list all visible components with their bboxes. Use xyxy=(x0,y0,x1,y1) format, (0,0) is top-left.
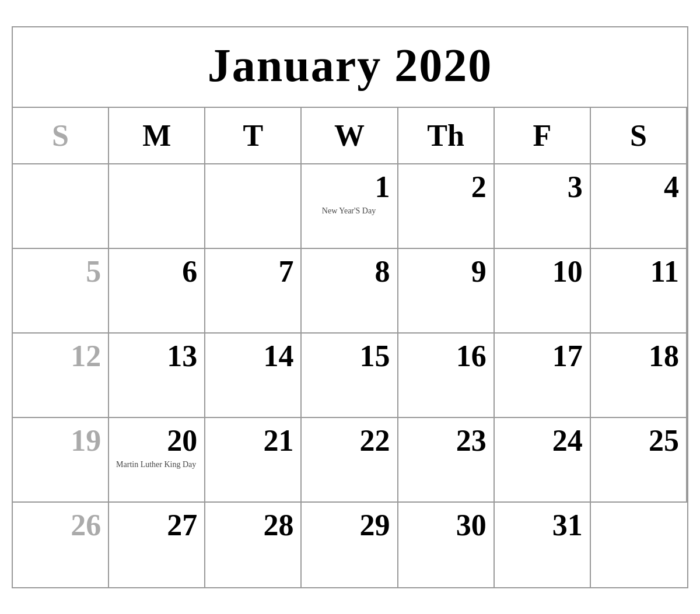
day-cell: 30 xyxy=(398,503,495,587)
day-number: 28 xyxy=(211,508,293,542)
day-cell: 5 xyxy=(13,249,109,334)
calendar-title: January 2020 xyxy=(13,27,687,108)
day-cell: 1New Year'S Day xyxy=(302,164,398,249)
day-number: 7 xyxy=(211,255,293,288)
day-number: 10 xyxy=(501,255,583,288)
day-number: 22 xyxy=(307,424,390,457)
day-number: 17 xyxy=(501,339,583,373)
day-cell: 9 xyxy=(398,249,495,334)
day-cell: 28 xyxy=(205,503,302,587)
day-number: 13 xyxy=(115,339,197,373)
day-cell: 10 xyxy=(495,249,591,334)
day-header-s: S xyxy=(591,108,687,164)
day-cell: 29 xyxy=(302,503,398,587)
day-cell: 13 xyxy=(109,334,205,418)
day-number: 20 xyxy=(115,424,197,457)
day-cell: 17 xyxy=(495,334,591,418)
day-cell xyxy=(109,164,205,249)
day-number: 29 xyxy=(307,508,390,542)
day-number: 26 xyxy=(19,508,101,542)
day-cell: 11 xyxy=(591,249,687,334)
day-cell xyxy=(205,164,302,249)
day-number: 8 xyxy=(307,255,390,288)
day-number: 14 xyxy=(211,339,293,373)
day-number: 18 xyxy=(597,339,679,373)
day-number: 6 xyxy=(115,255,197,288)
day-number: 25 xyxy=(597,424,679,457)
day-cell: 4 xyxy=(591,164,687,249)
day-cell: 2 xyxy=(398,164,495,249)
day-cell: 22 xyxy=(302,418,398,503)
day-cell: 7 xyxy=(205,249,302,334)
day-header-th: Th xyxy=(398,108,495,164)
day-header-w: W xyxy=(302,108,398,164)
day-cell xyxy=(591,503,687,587)
day-number: 5 xyxy=(19,255,101,288)
day-cell: 15 xyxy=(302,334,398,418)
day-number: 27 xyxy=(115,508,197,542)
day-cell: 20Martin Luther King Day xyxy=(109,418,205,503)
holiday-label: New Year'S Day xyxy=(307,206,390,216)
day-number: 30 xyxy=(404,508,487,542)
day-number: 2 xyxy=(404,170,487,204)
day-cell: 27 xyxy=(109,503,205,587)
day-cell: 25 xyxy=(591,418,687,503)
day-header-m: M xyxy=(109,108,205,164)
day-number: 21 xyxy=(211,424,293,457)
day-cell: 12 xyxy=(13,334,109,418)
day-number: 1 xyxy=(307,170,390,204)
day-header-s: S xyxy=(13,108,109,164)
day-cell: 16 xyxy=(398,334,495,418)
day-cell: 26 xyxy=(13,503,109,587)
day-number: 3 xyxy=(501,170,583,204)
day-number: 12 xyxy=(19,339,101,373)
day-cell xyxy=(13,164,109,249)
day-header-t: T xyxy=(205,108,302,164)
day-cell: 21 xyxy=(205,418,302,503)
day-cell: 8 xyxy=(302,249,398,334)
calendar-container: January 2020 SMTWThFS1New Year'S Day2345… xyxy=(12,26,688,588)
day-cell: 18 xyxy=(591,334,687,418)
day-number: 9 xyxy=(404,255,487,288)
day-number: 23 xyxy=(404,424,487,457)
day-number: 24 xyxy=(501,424,583,457)
holiday-label: Martin Luther King Day xyxy=(115,459,197,470)
day-cell: 23 xyxy=(398,418,495,503)
calendar-grid: SMTWThFS1New Year'S Day23456789101112131… xyxy=(13,108,687,587)
day-number: 4 xyxy=(597,170,679,204)
day-number: 31 xyxy=(501,508,583,542)
day-cell: 6 xyxy=(109,249,205,334)
day-cell: 31 xyxy=(495,503,591,587)
day-number: 11 xyxy=(597,255,679,288)
day-cell: 19 xyxy=(13,418,109,503)
day-cell: 14 xyxy=(205,334,302,418)
day-cell: 24 xyxy=(495,418,591,503)
day-cell: 3 xyxy=(495,164,591,249)
day-header-f: F xyxy=(495,108,591,164)
day-number: 15 xyxy=(307,339,390,373)
day-number: 19 xyxy=(19,424,101,457)
day-number: 16 xyxy=(404,339,487,373)
